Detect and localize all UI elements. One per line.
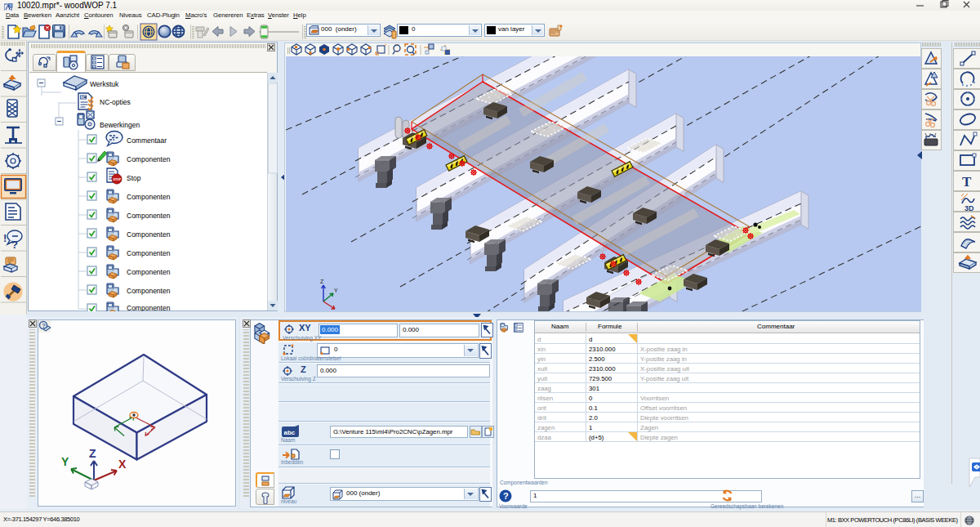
svg-text:!: !	[3, 232, 7, 244]
svg-text:Componenten: Componenten	[127, 304, 171, 311]
svg-text:d: d	[537, 336, 541, 343]
svg-text:Componenten: Componenten	[127, 249, 171, 257]
svg-text:Componenten: Componenten	[127, 193, 171, 201]
svg-text:2.0: 2.0	[589, 414, 599, 422]
svg-text:Componenten: Componenten	[127, 268, 171, 276]
svg-text:NC: NC	[81, 96, 87, 100]
svg-text:Diepte voorritsen: Diepte voorritsen	[640, 414, 688, 422]
svg-text:zagen: zagen	[537, 424, 555, 431]
svg-text:0: 0	[589, 395, 593, 402]
svg-text:2310.000: 2310.000	[589, 346, 616, 353]
svg-text:X-positie zaag in: X-positie zaag in	[640, 346, 688, 353]
svg-text:zaag: zaag	[537, 385, 551, 392]
svg-text:Diepte zagen: Diepte zagen	[640, 434, 678, 441]
svg-text:Y: Y	[61, 455, 69, 468]
svg-text:NC-opties: NC-opties	[100, 98, 131, 106]
svg-text:1: 1	[589, 424, 592, 431]
svg-text:dzaa: dzaa	[537, 434, 552, 441]
svg-text:Y-positie zaag uit: Y-positie zaag uit	[640, 375, 689, 382]
svg-text:?: ?	[11, 239, 18, 251]
svg-text:T: T	[962, 174, 972, 190]
svg-text:abc: abc	[284, 429, 296, 436]
svg-text:Y-positie zaag in: Y-positie zaag in	[640, 355, 687, 363]
svg-text:Commentaar: Commentaar	[127, 136, 167, 145]
svg-text:Componenten: Componenten	[127, 212, 171, 220]
svg-text:Componenten: Componenten	[127, 287, 171, 295]
svg-text:Z: Z	[89, 447, 96, 460]
svg-text:xuit: xuit	[537, 365, 548, 373]
svg-text:d: d	[589, 336, 592, 343]
svg-text:301: 301	[589, 385, 599, 392]
svg-text:X-positie zaag uit: X-positie zaag uit	[640, 365, 690, 373]
svg-text:X: X	[118, 458, 127, 471]
svg-text:Zagen: Zagen	[640, 424, 658, 431]
svg-text:STOP: STOP	[114, 178, 122, 181]
svg-text:Bewerkingen: Bewerkingen	[100, 121, 140, 129]
svg-text:yuit: yuit	[537, 375, 548, 382]
svg-text:yin: yin	[537, 355, 546, 363]
svg-text:Stop: Stop	[127, 174, 141, 182]
svg-text:xin: xin	[537, 346, 546, 353]
svg-text:Werkstuk: Werkstuk	[90, 80, 119, 88]
svg-text:Offset voorritsen: Offset voorritsen	[640, 404, 687, 412]
svg-text:(d+5): (d+5)	[589, 434, 604, 441]
svg-text:Componenten: Componenten	[127, 155, 171, 163]
svg-text:Z: Z	[320, 279, 324, 284]
svg-text:Voorritsen: Voorritsen	[640, 395, 669, 402]
svg-text:ritsen: ritsen	[537, 395, 553, 402]
svg-text:drit: drit	[537, 414, 547, 422]
svg-text:0.1: 0.1	[589, 404, 598, 412]
svg-text:729.500: 729.500	[589, 375, 612, 382]
svg-text:2310.000: 2310.000	[589, 365, 616, 373]
svg-text:Y: Y	[334, 288, 338, 293]
svg-text:2.500: 2.500	[589, 355, 605, 363]
svg-text:?: ?	[503, 491, 509, 501]
svg-text:orit: orit	[537, 404, 547, 412]
svg-text:Componenten: Componenten	[127, 230, 171, 239]
svg-text:3D: 3D	[964, 204, 974, 212]
